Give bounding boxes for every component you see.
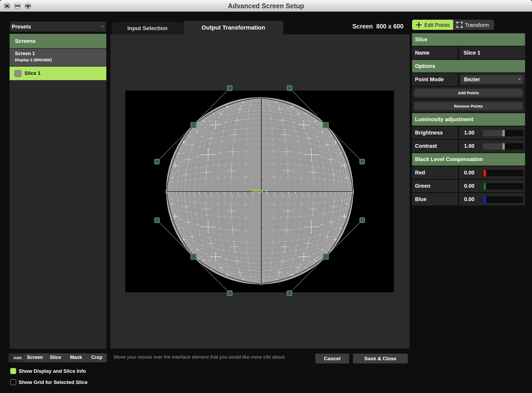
- svg-text:Slice 1: Slice 1: [251, 188, 268, 194]
